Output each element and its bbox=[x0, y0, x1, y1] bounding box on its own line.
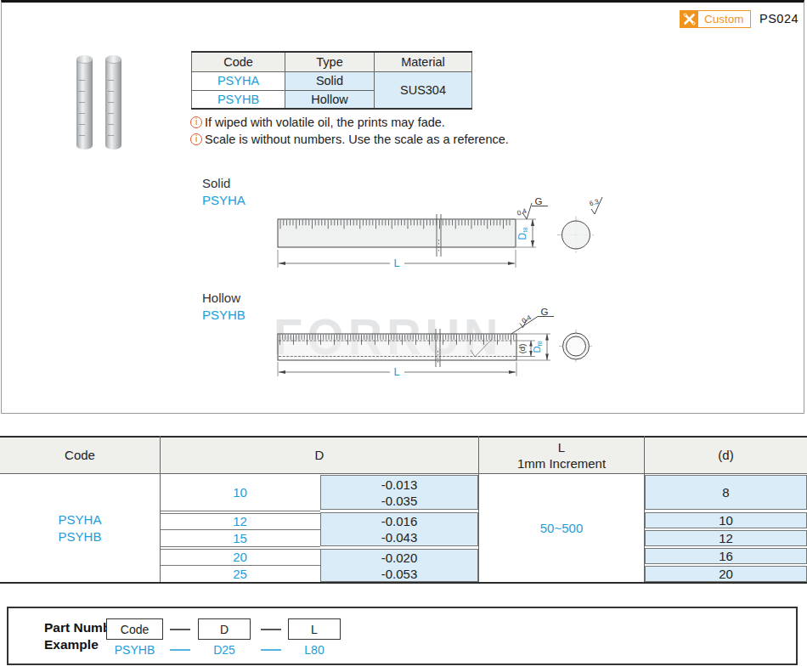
row-divider bbox=[161, 546, 320, 547]
d-value-12: 12 bbox=[161, 512, 319, 529]
hollow-title: Hollow bbox=[202, 291, 240, 305]
hollow-code: PSYHB bbox=[202, 308, 245, 322]
arrowhead bbox=[508, 262, 515, 265]
pn-value-l: L80 bbox=[288, 643, 341, 657]
spec-type-solid: Solid bbox=[285, 71, 375, 90]
inner-d-16: 16 bbox=[645, 548, 807, 564]
tolerance-d12-15: -0.016 -0.043 bbox=[320, 512, 478, 546]
dim-header-d: D bbox=[161, 436, 478, 474]
spec-code-psyha: PSYHA bbox=[192, 71, 285, 90]
row-divider bbox=[161, 529, 320, 530]
surface-finish-symbol bbox=[511, 317, 554, 335]
solid-code: PSYHA bbox=[202, 193, 245, 207]
dim-header-l: L 1mm Increment bbox=[479, 436, 644, 474]
pn-box-d: D bbox=[198, 618, 251, 640]
pn-value-d: D25 bbox=[198, 643, 251, 657]
note-volatile-oil: i If wiped with volatile oil, the prints… bbox=[190, 116, 445, 129]
pn-box-code: Code bbox=[106, 618, 163, 640]
custom-badge[interactable]: Custom bbox=[680, 10, 751, 28]
pn-dash bbox=[261, 629, 281, 630]
arrowhead bbox=[279, 370, 285, 374]
solid-pin-drawing: Df8 0.4 G 6.3 L bbox=[270, 191, 610, 280]
arrowhead bbox=[545, 354, 549, 361]
spec-header-code: Code bbox=[192, 52, 285, 71]
dimension-table: Code D L 1mm Increment (d) PSYHA PSYHB 1… bbox=[0, 436, 807, 584]
table-bottom-border bbox=[0, 582, 807, 584]
pn-dash-blue bbox=[261, 649, 281, 651]
note-scale-reference: i Scale is without numbers. Use the scal… bbox=[190, 133, 509, 146]
solid-end-view bbox=[557, 217, 595, 254]
custom-cross-icon bbox=[680, 11, 698, 27]
inner-d-8: 8 bbox=[645, 475, 807, 510]
tolerance-d10: -0.013 -0.035 bbox=[320, 475, 478, 510]
dim-code-cell: PSYHA PSYHB bbox=[0, 474, 160, 582]
note-text: If wiped with volatile oil, the prints m… bbox=[205, 116, 445, 129]
dim-header-code: Code bbox=[0, 436, 160, 474]
row-divider bbox=[161, 565, 320, 566]
spec-code-psyhb: PSYHB bbox=[192, 90, 285, 109]
length-label: L bbox=[393, 365, 399, 378]
hollow-pin-drawing: (d) Df8 0.4 G L bbox=[270, 302, 610, 391]
arrowhead bbox=[531, 240, 534, 247]
outer-dia-label: Df8 bbox=[532, 341, 543, 353]
grind-label: G bbox=[541, 307, 549, 317]
hollow-end-view bbox=[559, 330, 593, 364]
d-value-25: 25 bbox=[161, 565, 319, 582]
inner-d-12: 12 bbox=[645, 530, 807, 546]
spec-row-psyha: PSYHA Solid SUS304 bbox=[192, 71, 472, 90]
inner-dia-label: (d) bbox=[517, 344, 527, 354]
scale-pin-photo-left bbox=[76, 56, 93, 150]
info-icon: i bbox=[190, 133, 202, 145]
inner-d-20: 20 bbox=[645, 566, 807, 582]
arrowhead bbox=[531, 219, 534, 226]
row-divider bbox=[161, 513, 320, 514]
d-value-20: 20 bbox=[161, 549, 319, 565]
spec-header-material: Material bbox=[375, 52, 472, 71]
part-number-example-box: Part Number Example Code D L PSYHB D25 L… bbox=[7, 607, 798, 665]
l-range-cell: 50~500 bbox=[479, 474, 644, 582]
spec-material: SUS304 bbox=[375, 71, 472, 109]
arrowhead bbox=[545, 334, 549, 341]
row-divider bbox=[161, 511, 320, 511]
scale-pin-photo-right bbox=[105, 56, 121, 150]
solid-ruler-body bbox=[278, 219, 516, 247]
outer-dia-label: Df8 bbox=[516, 228, 529, 240]
custom-badge-label: Custom bbox=[698, 11, 750, 27]
page-code: PS024 bbox=[759, 12, 799, 25]
surface-roughness-value: 0.4 bbox=[516, 206, 528, 217]
spec-table: Code Type Material PSYHA Solid SUS304 PS… bbox=[191, 51, 472, 110]
note-text: Scale is without numbers. Use the scale … bbox=[205, 133, 509, 146]
pn-box-l: L bbox=[288, 618, 341, 640]
pn-dash-blue bbox=[170, 649, 190, 651]
spec-header-type: Type bbox=[285, 52, 375, 71]
arrowhead bbox=[509, 370, 516, 374]
d-value-15: 15 bbox=[161, 529, 319, 546]
arrowhead bbox=[279, 262, 285, 265]
spec-type-hollow: Hollow bbox=[285, 90, 375, 109]
grind-label: G bbox=[535, 196, 543, 206]
info-icon: i bbox=[190, 116, 202, 128]
dim-header-inner-d: (d) bbox=[645, 436, 807, 474]
pn-value-code: PSYHB bbox=[106, 643, 163, 657]
d-value-10: 10 bbox=[161, 474, 319, 511]
solid-title: Solid bbox=[202, 176, 230, 190]
surface-roughness-value: 0.4 bbox=[521, 313, 533, 325]
tolerance-d20-25: -0.020 -0.053 bbox=[320, 549, 478, 582]
row-divider bbox=[161, 549, 320, 550]
length-label: L bbox=[393, 257, 399, 269]
arrowhead bbox=[529, 341, 533, 347]
inner-d-10: 10 bbox=[645, 512, 807, 528]
pn-dash bbox=[170, 629, 190, 630]
